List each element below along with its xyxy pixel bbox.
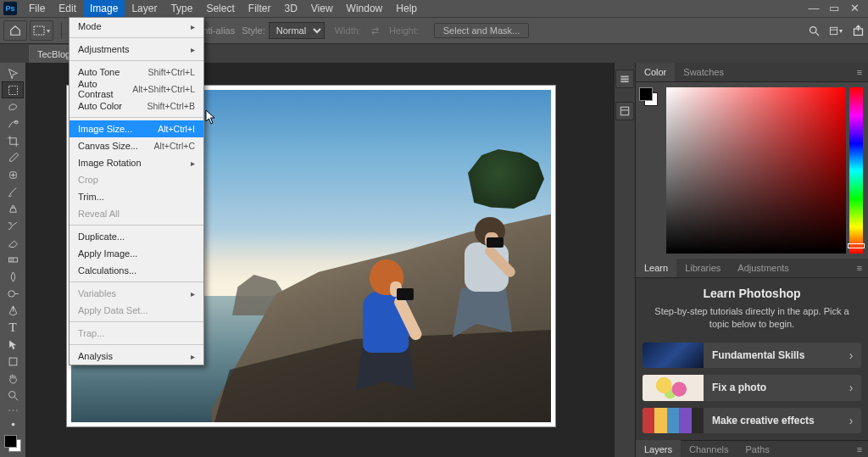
panel-menu-icon[interactable]: ≡ <box>851 67 868 77</box>
menu-item-analysis[interactable]: Analysis <box>70 348 203 365</box>
menu-item-trim[interactable]: Trim... <box>70 188 203 205</box>
learn-item-label: Fix a photo <box>704 382 841 393</box>
menu-item-auto-color[interactable]: Auto ColorShift+Ctrl+B <box>70 98 203 114</box>
select-and-mask-button[interactable]: Select and Mask... <box>434 23 530 38</box>
menu-filter[interactable]: Filter <box>242 0 278 17</box>
menu-item-auto-tone[interactable]: Auto ToneShift+Ctrl+L <box>70 64 203 81</box>
style-label: Style: <box>242 25 265 36</box>
workspace-switcher-icon[interactable]: ▾ <box>829 24 843 37</box>
window-minimize-button[interactable]: — <box>804 0 824 17</box>
color-field[interactable] <box>666 87 846 254</box>
tab-adjustments[interactable]: Adjustments <box>729 259 798 277</box>
image-menu-dropdown: ModeAdjustmentsAuto ToneShift+Ctrl+LAuto… <box>69 17 204 365</box>
color-panel-tabs: ColorSwatches ≡ <box>636 63 868 82</box>
foreground-background-swatch[interactable] <box>2 432 24 454</box>
lasso-tool[interactable] <box>2 98 24 115</box>
menu-item-duplicate[interactable]: Duplicate... <box>70 228 203 245</box>
menu-window[interactable]: Window <box>340 0 390 17</box>
menu-image[interactable]: Image <box>83 0 125 17</box>
learn-item-make-creative-effects[interactable]: Make creative effects› <box>643 408 861 433</box>
share-icon[interactable] <box>851 24 865 37</box>
svg-rect-27 <box>620 76 628 78</box>
eraser-tool[interactable] <box>2 234 24 251</box>
search-icon[interactable] <box>807 24 821 37</box>
menu-item-image-size[interactable]: Image Size...Alt+Ctrl+I <box>70 120 203 137</box>
app-logo: Ps <box>3 2 17 15</box>
svg-rect-30 <box>620 107 628 114</box>
marquee-tool[interactable] <box>2 81 24 98</box>
healing-brush-tool[interactable] <box>2 166 24 183</box>
menu-help[interactable]: Help <box>389 0 424 17</box>
menu-item-calculations[interactable]: Calculations... <box>70 262 203 279</box>
shape-tool[interactable] <box>2 353 24 370</box>
width-label: Width: <box>335 25 361 36</box>
svg-rect-10 <box>830 27 837 34</box>
menu-item-image-rotation[interactable]: Image Rotation <box>70 154 203 171</box>
hue-slider[interactable] <box>849 87 863 254</box>
layers-panel-tabs: LayersChannelsPaths ≡ <box>636 440 868 457</box>
more-tools-icon[interactable]: ⋯ <box>2 404 24 415</box>
window-restore-button[interactable]: ▭ <box>824 0 844 17</box>
menu-item-apply-image[interactable]: Apply Image... <box>70 245 203 262</box>
svg-point-8 <box>810 26 816 33</box>
tab-swatches[interactable]: Swatches <box>675 63 732 81</box>
clone-stamp-tool[interactable] <box>2 200 24 217</box>
panel-menu-icon[interactable]: ≡ <box>851 444 868 454</box>
menu-file[interactable]: File <box>22 0 52 17</box>
tab-libraries[interactable]: Libraries <box>676 259 729 277</box>
menu-item-adjustments[interactable]: Adjustments <box>70 41 203 58</box>
tab-channels[interactable]: Channels <box>681 440 737 457</box>
blur-tool[interactable] <box>2 268 24 285</box>
tab-learn[interactable]: Learn <box>636 259 676 277</box>
menu-item-variables: Variables <box>70 285 203 302</box>
learn-title: Learn Photoshop <box>649 287 854 300</box>
crop-tool[interactable] <box>2 132 24 149</box>
tab-layers[interactable]: Layers <box>636 440 681 457</box>
quick-selection-tool[interactable] <box>2 115 24 132</box>
dodge-tool[interactable] <box>2 285 24 302</box>
menu-item-mode[interactable]: Mode <box>70 18 203 35</box>
menu-item-apply-data-set: Apply Data Set... <box>70 302 203 319</box>
svg-line-25 <box>14 397 18 400</box>
tool-preset-picker[interactable]: ▾ <box>30 20 53 41</box>
move-tool[interactable] <box>2 64 24 81</box>
learn-item-fix-a-photo[interactable]: Fix a photo› <box>643 375 861 400</box>
color-panel <box>636 82 868 259</box>
style-select[interactable]: Normal <box>269 22 325 39</box>
collapsed-history-icon[interactable] <box>615 70 634 88</box>
color-fg-bg-swatch[interactable] <box>639 87 658 106</box>
menu-view[interactable]: View <box>304 0 340 17</box>
height-label: Height: <box>389 25 419 36</box>
collapsed-properties-icon[interactable] <box>615 102 634 120</box>
zoom-tool[interactable] <box>2 387 24 404</box>
tab-color[interactable]: Color <box>636 63 675 81</box>
panel-menu-icon[interactable]: ≡ <box>851 263 868 273</box>
menu-item-canvas-size[interactable]: Canvas Size...Alt+Ctrl+C <box>70 137 203 154</box>
menu-3d[interactable]: 3D <box>277 0 303 17</box>
gradient-tool[interactable] <box>2 251 24 268</box>
tab-paths[interactable]: Paths <box>737 440 778 457</box>
svg-line-9 <box>815 32 819 36</box>
learn-panel-tabs: LearnLibrariesAdjustments ≡ <box>636 259 868 278</box>
pen-tool[interactable] <box>2 302 24 319</box>
edit-toolbar-icon[interactable] <box>2 415 24 432</box>
eyedropper-tool[interactable] <box>2 149 24 166</box>
type-tool[interactable]: T <box>2 319 24 336</box>
brush-tool[interactable] <box>2 183 24 200</box>
history-brush-tool[interactable] <box>2 217 24 234</box>
hand-tool[interactable] <box>2 370 24 387</box>
menu-layer[interactable]: Layer <box>125 0 164 17</box>
chevron-right-icon: › <box>841 414 861 427</box>
collapsed-panel-column <box>614 63 635 457</box>
menu-type[interactable]: Type <box>164 0 199 17</box>
menu-select[interactable]: Select <box>199 0 241 17</box>
window-close-button[interactable]: ✕ <box>844 0 865 17</box>
home-button[interactable] <box>3 20 27 41</box>
menu-item-crop: Crop <box>70 171 203 188</box>
right-panel-group: ColorSwatches ≡ LearnLibrariesAdjustment… <box>635 63 868 457</box>
menu-item-trap: Trap... <box>70 325 203 342</box>
menu-edit[interactable]: Edit <box>52 0 83 17</box>
path-selection-tool[interactable] <box>2 336 24 353</box>
menu-item-auto-contrast[interactable]: Auto ContrastAlt+Shift+Ctrl+L <box>70 81 203 98</box>
learn-item-fundamental-skills[interactable]: Fundamental Skills› <box>643 343 861 368</box>
